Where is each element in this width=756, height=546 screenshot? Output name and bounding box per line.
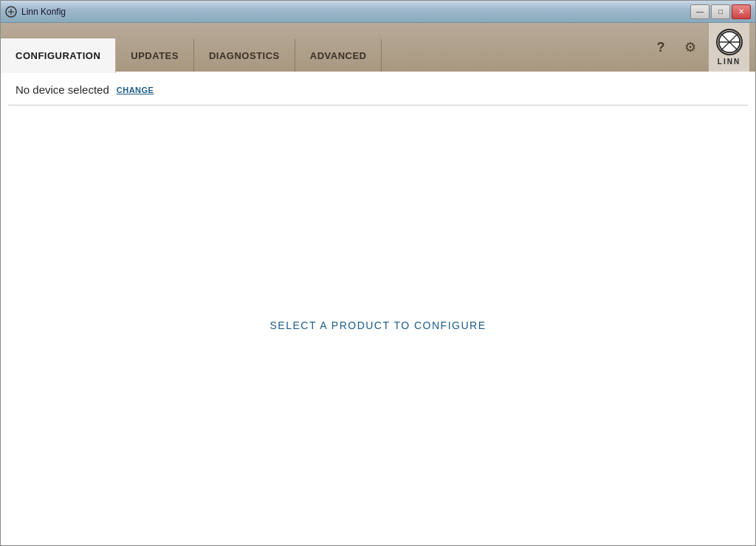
main-area: SELECT A PRODUCT TO CONFIGURE xyxy=(1,106,755,545)
tab-bar-right: ? ⚙ LINN xyxy=(649,23,755,72)
linn-circle-icon xyxy=(716,29,743,55)
tab-configuration[interactable]: CONFIGURATION xyxy=(1,38,116,73)
tab-advanced[interactable]: ADVANCED xyxy=(295,39,382,72)
select-product-prompt: SELECT A PRODUCT TO CONFIGURE xyxy=(270,319,487,331)
help-button[interactable]: ? xyxy=(649,35,673,59)
linn-svg-icon xyxy=(718,30,741,54)
app-window: Linn Konfig — □ ✕ CONFIGURATION UPDATES … xyxy=(0,0,756,546)
main-content: No device selected CHANGE SELECT A PRODU… xyxy=(1,72,755,545)
linn-brand-text: LINN xyxy=(718,58,740,66)
title-bar: Linn Konfig — □ ✕ xyxy=(1,1,755,23)
close-button[interactable]: ✕ xyxy=(732,4,751,19)
window-controls: — □ ✕ xyxy=(690,4,751,19)
linn-logo: LINN xyxy=(708,23,749,72)
no-device-label: No device selected xyxy=(16,83,109,96)
title-bar-left: Linn Konfig xyxy=(5,6,66,18)
window-title: Linn Konfig xyxy=(21,7,66,17)
settings-button[interactable]: ⚙ xyxy=(678,35,702,59)
tabs-container: CONFIGURATION UPDATES DIAGNOSTICS ADVANC… xyxy=(1,23,382,72)
minimize-button[interactable]: — xyxy=(690,4,709,19)
maximize-button[interactable]: □ xyxy=(711,4,730,19)
tab-diagnostics[interactable]: DIAGNOSTICS xyxy=(194,39,295,72)
app-icon xyxy=(5,6,17,18)
tab-updates[interactable]: UPDATES xyxy=(116,39,194,72)
change-device-link[interactable]: CHANGE xyxy=(117,86,154,94)
device-bar: No device selected CHANGE xyxy=(1,72,755,105)
tab-bar: CONFIGURATION UPDATES DIAGNOSTICS ADVANC… xyxy=(1,23,755,72)
